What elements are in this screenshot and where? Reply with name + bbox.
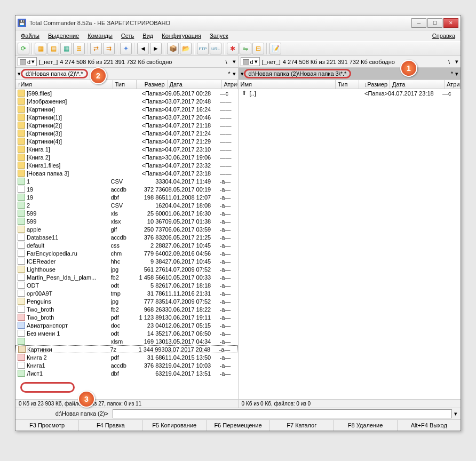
- f3-view[interactable]: F3 Просмотр: [15, 420, 79, 431]
- view-list-icon[interactable]: ▦: [35, 43, 46, 54]
- altf4-exit[interactable]: Alt+F4 Выход: [398, 420, 461, 431]
- file-row[interactable]: [Книга 2]<Папка>30.06.2017 19:06——: [15, 153, 238, 161]
- file-row[interactable]: Two_brothpdf1 123 89130.06.2017 19:11-a—: [15, 313, 238, 321]
- file-row[interactable]: applegif250 73706.06.2017 03:59-a—: [15, 225, 238, 233]
- left-column-headers[interactable]: ↑Имя Тип Размер Дата Атрибу: [15, 80, 238, 89]
- swap-panels-icon[interactable]: ⇄: [90, 43, 102, 54]
- file-row[interactable]: Картинки7z1 344 99303.07.2017 20:48-a—: [15, 345, 238, 353]
- sync-icon[interactable]: ⇋: [240, 43, 251, 54]
- right-column-headers[interactable]: Имя Тип ↓Размер Дата Атрибу: [239, 80, 461, 89]
- file-row[interactable]: Martin_Pesn_lda_i_plam...fb21 458 56610.…: [15, 273, 238, 281]
- menu-view[interactable]: Вид: [139, 31, 156, 40]
- file-row[interactable]: Lighthousejpg561 27614.07.2009 07:52-a—: [15, 265, 238, 273]
- command-dropdown[interactable]: ▾: [452, 409, 459, 418]
- target-equals-source-icon[interactable]: ⇉: [103, 43, 115, 54]
- maximize-button[interactable]: ☐: [427, 18, 442, 28]
- file-row[interactable]: [Картинки(1)]<Папка>03.07.2017 20:46——: [15, 113, 238, 121]
- wand-icon[interactable]: ✦: [120, 43, 132, 54]
- view-thumbs-icon[interactable]: ▦: [60, 43, 72, 54]
- favorites-button[interactable]: ▾: [233, 70, 236, 77]
- ftp-icon[interactable]: FTP: [197, 43, 209, 54]
- file-row[interactable]: [Изображения]<Папка>03.07.2017 20:48——: [15, 97, 238, 105]
- left-file-list[interactable]: ↑Имя Тип Размер Дата Атрибу [599.files]<…: [15, 80, 238, 399]
- file-row[interactable]: ODTodt5 82617.06.2017 18:18-a—: [15, 281, 238, 289]
- minimize-button[interactable]: ─: [411, 18, 426, 28]
- header-ext[interactable]: Тип: [336, 80, 359, 89]
- right-path-bar[interactable]: ▾ d:\Новая папка (2)\Новая папка 3\*.* *…: [239, 68, 461, 80]
- right-file-list[interactable]: Имя Тип ↓Размер Дата Атрибу ⬆[..]<Папка>…: [239, 80, 461, 399]
- notepad-icon[interactable]: 📝: [269, 43, 281, 54]
- header-ext[interactable]: Тип: [113, 80, 137, 89]
- close-button[interactable]: ✕: [443, 18, 458, 28]
- pack-icon[interactable]: 📦: [167, 43, 179, 54]
- header-size[interactable]: ↓Размер: [359, 80, 390, 89]
- compare-icon[interactable]: ⊟: [252, 43, 264, 54]
- header-name[interactable]: Имя: [239, 80, 336, 89]
- file-row[interactable]: Книга 2pdf31 68611.04.2015 13:50-a—: [15, 353, 238, 361]
- menu-config[interactable]: Конфигурация: [158, 31, 204, 40]
- up-button[interactable]: ▾: [233, 58, 236, 65]
- file-row[interactable]: FarEncyclopedia.ruchm779 64002.09.2016 0…: [15, 249, 238, 257]
- file-row[interactable]: [Книга1.files]<Папка>04.07.2017 23:32——: [15, 161, 238, 169]
- file-row[interactable]: [Картинки(4)]<Папка>04.07.2017 21:29——: [15, 137, 238, 145]
- f7-mkdir[interactable]: F7 Каталог: [270, 420, 334, 431]
- file-row[interactable]: ICEReaderhhc9 38427.06.2017 10:45-a—: [15, 257, 238, 265]
- header-attr[interactable]: Атрибу: [445, 80, 461, 89]
- header-date[interactable]: Дата: [390, 80, 445, 89]
- forward-icon[interactable]: ►: [150, 43, 162, 54]
- f4-edit[interactable]: F4 Правка: [79, 420, 142, 431]
- menu-commands[interactable]: Команды: [84, 31, 116, 40]
- history-button[interactable]: *: [228, 70, 230, 77]
- header-date[interactable]: Дата: [168, 80, 222, 89]
- file-row[interactable]: ⬆[..]<Папка>04.07.2017 23:18—c: [239, 89, 461, 97]
- right-drive-select[interactable]: d ▾: [241, 57, 260, 66]
- file-row[interactable]: [Новая папка 3]<Папка>04.07.2017 23:18——: [15, 169, 238, 177]
- star-icon[interactable]: ✱: [227, 43, 239, 54]
- root-button[interactable]: \: [225, 59, 227, 65]
- file-row[interactable]: 599xls25 60001.06.2017 16:30-a—: [15, 209, 238, 217]
- f6-move[interactable]: F6 Перемещение: [207, 420, 270, 431]
- favorites-button[interactable]: ▾: [455, 70, 458, 77]
- file-row[interactable]: 599xlsx10 36709.05.2017 01:38-a—: [15, 217, 238, 225]
- header-size[interactable]: Размер: [137, 80, 168, 89]
- file-row[interactable]: 2CSV16204.04.2017 18:08-a—: [15, 201, 238, 209]
- view-brief-icon[interactable]: ▤: [47, 43, 59, 54]
- unpack-icon[interactable]: 📂: [180, 43, 192, 54]
- command-input[interactable]: [113, 409, 452, 418]
- left-drive-select[interactable]: d ▾: [18, 57, 37, 66]
- menu-help[interactable]: Справка: [429, 31, 458, 40]
- file-row[interactable]: Лист1dbf63219.04.2017 13:51-a—: [15, 369, 238, 377]
- menu-net[interactable]: Сеть: [118, 31, 137, 40]
- f8-delete[interactable]: F8 Удаление: [334, 420, 397, 431]
- file-row[interactable]: [Картинки(2)]<Папка>04.07.2017 21:18——: [15, 121, 238, 129]
- file-row[interactable]: Авиатранспортdoc23 04012.06.2017 05:15-a…: [15, 321, 238, 329]
- file-row[interactable]: [599.files]<Папка>09.05.2017 00:28—c: [15, 89, 238, 97]
- file-row[interactable]: Penguinsjpg777 83514.07.2009 07:52-a—: [15, 297, 238, 305]
- file-row[interactable]: 19dbf198 86511.01.2008 12:07-a—: [15, 193, 238, 201]
- f5-copy[interactable]: F5 Копирование: [143, 420, 207, 431]
- file-row[interactable]: Без имени 1odt14 35217.06.2017 06:50-a—: [15, 329, 238, 337]
- file-row[interactable]: xlsm169 13013.05.2017 04:34-a—: [15, 337, 238, 345]
- menu-selection[interactable]: Выделение: [45, 31, 82, 40]
- url-icon[interactable]: URL: [210, 43, 221, 54]
- tree-icon[interactable]: ⊞: [73, 43, 85, 54]
- menu-launch[interactable]: Запуск: [207, 31, 231, 40]
- history-button[interactable]: *: [451, 70, 453, 77]
- file-row[interactable]: [Книга 1]<Папка>04.07.2017 23:10——: [15, 145, 238, 153]
- refresh-icon[interactable]: ⟳: [18, 43, 29, 54]
- file-row[interactable]: Database11accdb376 83206.05.2017 21:25-a…: [15, 233, 238, 241]
- file-row[interactable]: opr00A9Ttmp31 78611.11.2016 21:31-a—: [15, 289, 238, 297]
- file-row[interactable]: defaultcss2 28827.06.2017 10:45-a—: [15, 241, 238, 249]
- left-path-bar[interactable]: ▾ d:\Новая папка (2)\*.* * ▾: [15, 68, 238, 80]
- file-row[interactable]: Книга1accdb376 83219.04.2017 10:03-a—: [15, 361, 238, 369]
- file-row[interactable]: 19accdb372 73608.05.2017 00:19-a—: [15, 185, 238, 193]
- file-row[interactable]: 1CSV33304.04.2017 11:49-a—: [15, 177, 238, 185]
- file-row[interactable]: [Картинки]<Папка>04.07.2017 16:24——: [15, 105, 238, 113]
- titlebar[interactable]: 💾 Total Commander 8.52a - НЕ ЗАРЕГИСТРИР…: [15, 15, 461, 30]
- up-button[interactable]: ▾: [455, 58, 458, 65]
- header-attr[interactable]: Атрибу: [222, 80, 238, 89]
- file-row[interactable]: Two_brothfb2968 26330.06.2017 18:22-a—: [15, 305, 238, 313]
- back-icon[interactable]: ◄: [137, 43, 149, 54]
- file-row[interactable]: [Картинки(3)]<Папка>04.07.2017 21:24——: [15, 129, 238, 137]
- root-button[interactable]: \: [448, 59, 450, 65]
